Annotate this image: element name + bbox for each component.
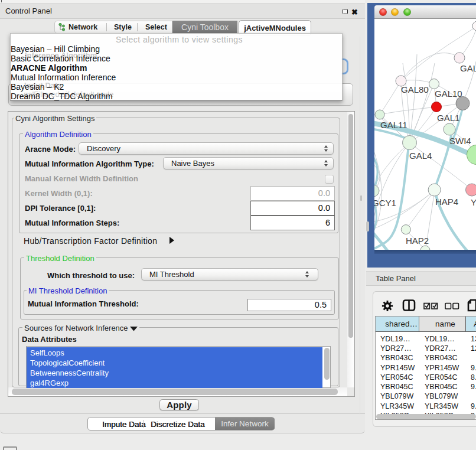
svg-text:Y: Y bbox=[471, 197, 476, 207]
svg-text:HAP2: HAP2 bbox=[406, 236, 429, 246]
svg-text:HAP4: HAP4 bbox=[435, 197, 458, 207]
svg-text:GAL1: GAL1 bbox=[437, 113, 459, 123]
svg-text:GAL4: GAL4 bbox=[409, 151, 432, 161]
svg-text:GAL11: GAL11 bbox=[380, 120, 407, 130]
svg-text:SWI4: SWI4 bbox=[449, 136, 471, 146]
svg-text:GAL80: GAL80 bbox=[401, 84, 429, 94]
svg-text:GAL10: GAL10 bbox=[435, 89, 462, 99]
svg-text:GCY1: GCY1 bbox=[374, 198, 396, 208]
svg-text:GAL2: GAL2 bbox=[460, 63, 476, 73]
